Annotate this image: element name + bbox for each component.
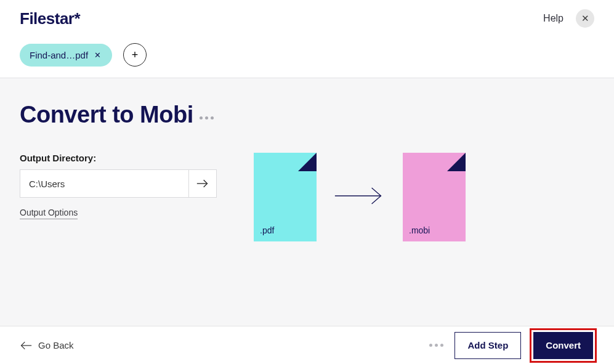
- plus-icon: +: [132, 49, 139, 62]
- go-back-label: Go Back: [38, 340, 74, 350]
- convert-button[interactable]: Convert: [533, 332, 593, 359]
- close-icon: ✕: [581, 13, 589, 24]
- remove-file-icon[interactable]: ✕: [94, 51, 101, 60]
- close-button[interactable]: ✕: [576, 9, 594, 28]
- add-step-button[interactable]: Add Step: [454, 332, 521, 359]
- target-file-card: .mobi: [403, 153, 466, 241]
- arrow-right-icon: [334, 187, 386, 208]
- source-ext-label: .pdf: [260, 225, 274, 235]
- add-file-button[interactable]: +: [123, 43, 147, 67]
- output-dir-label: Output Directory:: [20, 153, 217, 163]
- output-options-link[interactable]: Output Options: [20, 208, 78, 219]
- output-dir-input[interactable]: [20, 169, 188, 198]
- app-logo: Filestar*: [20, 9, 80, 28]
- arrow-right-icon: [196, 179, 209, 188]
- browse-dir-button[interactable]: [188, 169, 217, 198]
- go-back-button[interactable]: Go Back: [20, 340, 74, 350]
- conversion-visual: .pdf .mobi: [254, 153, 594, 241]
- footer-more-icon[interactable]: [429, 344, 443, 347]
- title-more-icon[interactable]: [200, 110, 214, 119]
- arrow-left-icon: [20, 341, 32, 350]
- convert-highlight: Convert: [530, 328, 597, 363]
- target-ext-label: .mobi: [409, 225, 430, 235]
- help-link[interactable]: Help: [543, 13, 564, 24]
- source-file-card: .pdf: [254, 153, 317, 241]
- page-title: Convert to Mobi: [20, 102, 193, 128]
- file-chip-label: Find-and…pdf: [30, 50, 88, 60]
- file-chip[interactable]: Find-and…pdf ✕: [20, 44, 112, 67]
